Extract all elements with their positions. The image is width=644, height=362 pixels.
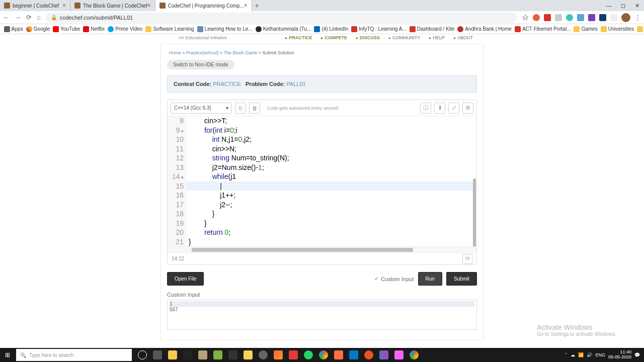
taskview-icon[interactable]: [151, 348, 164, 361]
ext-icon[interactable]: [610, 14, 617, 21]
tab-0[interactable]: beginner | CodeChef×: [0, 0, 70, 11]
ext-icon[interactable]: [599, 14, 606, 21]
tab-1[interactable]: The Block Game | CodeChef×: [70, 0, 155, 11]
bookmark-item[interactable]: Games: [574, 26, 597, 32]
app-icon[interactable]: [332, 348, 345, 361]
app-icon[interactable]: [242, 348, 255, 361]
custom-input-box[interactable]: 1 567: [167, 300, 477, 330]
reload-button[interactable]: ⟳: [26, 14, 32, 21]
ext-icon[interactable]: [533, 14, 540, 21]
cortana-icon[interactable]: [136, 348, 149, 361]
vscode-icon[interactable]: [347, 348, 360, 361]
chrome-icon-2[interactable]: [408, 348, 421, 361]
open-file-button[interactable]: Open File: [167, 272, 204, 286]
bookmarks-bar: ⋮⋮Apps Google YouTube Netflix Prime Vide…: [0, 24, 644, 34]
notification-icon[interactable]: 💬: [634, 352, 640, 357]
bookmark-item[interactable]: Netflix: [83, 26, 105, 32]
ext-icon[interactable]: [555, 14, 562, 21]
ubuntu-icon[interactable]: [362, 348, 375, 361]
bookmark-item[interactable]: Kethantummala (Tu...: [256, 26, 311, 32]
ext-icon[interactable]: [544, 14, 551, 21]
bookmark-item[interactable]: Universities: [601, 26, 634, 32]
fullscreen-button[interactable]: ⤢: [448, 103, 459, 114]
bookmark-item[interactable]: Prime Video: [108, 26, 142, 32]
app-icon[interactable]: [377, 348, 390, 361]
close-button[interactable]: ✕: [630, 0, 644, 11]
language-select[interactable]: C++14 (Gcc 6.3)▾: [171, 103, 232, 114]
ext-icon[interactable]: [566, 14, 573, 21]
tab-2[interactable]: CodeChef | Programming Comp...×: [155, 0, 252, 11]
app-icon[interactable]: [211, 348, 224, 361]
clock[interactable]: 11:4005-05-2020: [608, 350, 631, 360]
star-icon[interactable]: ☆: [522, 13, 529, 22]
horizontal-scrollbar[interactable]: [168, 246, 476, 252]
lang-indicator[interactable]: ENG: [595, 352, 605, 357]
submit-button[interactable]: Submit: [446, 272, 477, 286]
run-button[interactable]: Run: [418, 272, 442, 286]
bc-block[interactable]: The Block Game: [223, 50, 257, 55]
app-icon[interactable]: [287, 348, 300, 361]
menu-button[interactable]: ⋮: [634, 14, 641, 21]
bookmark-item[interactable]: InfyTQ : Learning A...: [351, 26, 407, 32]
avatar[interactable]: [621, 13, 630, 22]
nav-community[interactable]: COMMUNITY: [389, 35, 421, 40]
ext-icon[interactable]: [588, 14, 595, 21]
mode-switch-button[interactable]: Switch to Non-IDE mode: [167, 60, 234, 69]
address-bar[interactable]: 🔒codechef.com/submit/PALL01: [46, 13, 517, 23]
explorer-icon[interactable]: [166, 348, 179, 361]
contest-link[interactable]: PRACTICE: [213, 81, 241, 87]
nav-discuss[interactable]: DISCUSS: [356, 35, 380, 40]
ext-icon[interactable]: [577, 14, 584, 21]
app-icon[interactable]: [272, 348, 285, 361]
home-button[interactable]: ⌂: [37, 14, 41, 21]
start-button[interactable]: ⊞: [0, 348, 15, 362]
nav-help[interactable]: HELP: [429, 35, 445, 40]
bookmark-item[interactable]: Learning How to Le...: [197, 26, 253, 32]
custom-input-toggle[interactable]: ✓Custom Input: [374, 276, 414, 282]
info-button[interactable]: ⓘ: [420, 103, 431, 114]
nav-compete[interactable]: COMPETE: [321, 35, 347, 40]
minimize-button[interactable]: —: [602, 0, 616, 11]
back-button[interactable]: ←: [3, 14, 10, 21]
cloud-icon[interactable]: ☁: [571, 352, 575, 357]
settings-button[interactable]: ⚙: [462, 103, 473, 114]
app-icon[interactable]: [257, 348, 270, 361]
close-icon[interactable]: ×: [147, 2, 151, 9]
vertical-scrollbar[interactable]: [471, 132, 476, 253]
close-icon[interactable]: ×: [62, 2, 66, 9]
whatsapp-icon[interactable]: [302, 348, 315, 361]
bookmark-item[interactable]: Dashboard / Kite: [410, 26, 455, 32]
terminal-icon[interactable]: [181, 348, 194, 361]
bc-practice[interactable]: Practice(school): [186, 50, 219, 55]
bookmark-item[interactable]: ACT Fibernet Portal...: [515, 26, 571, 32]
bookmark-item[interactable]: Andhra Bank | Home: [457, 26, 512, 32]
close-icon[interactable]: ×: [244, 2, 248, 9]
bc-home[interactable]: Home: [169, 50, 181, 55]
calc-icon[interactable]: [226, 348, 239, 361]
delete-button[interactable]: 🗑: [249, 103, 260, 114]
volume-icon[interactable]: 🔊: [587, 352, 592, 357]
refresh-button[interactable]: ⟳: [462, 254, 472, 264]
code-area[interactable]: 89 ▾1011121314 ▾15161718192021 cin>>T; f…: [168, 116, 476, 246]
xd-icon[interactable]: [392, 348, 406, 361]
bookmark-item[interactable]: YouTube: [53, 26, 80, 32]
search-box[interactable]: 🔍Type here to search: [16, 349, 132, 361]
new-tab-button[interactable]: +: [252, 2, 262, 10]
bookmark-item[interactable]: ⋮⋮Apps: [4, 26, 23, 32]
nav-practice[interactable]: PRACTICE: [285, 35, 312, 40]
forward-button[interactable]: →: [15, 14, 21, 21]
maximize-button[interactable]: ◻: [616, 0, 630, 11]
wifi-icon[interactable]: 📶: [578, 352, 584, 357]
tray-chevron-icon[interactable]: ˄: [565, 352, 568, 357]
nav-about[interactable]: ABOUT: [454, 35, 473, 40]
download-button[interactable]: ⬇: [434, 103, 445, 114]
chrome-icon[interactable]: [317, 348, 330, 361]
app-icon[interactable]: [196, 348, 209, 361]
bookmark-item[interactable]: Other bookmarks: [637, 26, 644, 32]
problem-link[interactable]: PALL01: [286, 81, 305, 87]
bookmark-item[interactable]: Software Learning: [145, 26, 194, 32]
bookmark-item[interactable]: (4) LinkedIn: [314, 26, 348, 32]
copy-button[interactable]: ⎘: [235, 103, 246, 114]
bookmark-item[interactable]: Google: [26, 26, 50, 32]
code[interactable]: cin>>T; for(int i=0;i int N,j1=0,j2; cin…: [187, 116, 476, 246]
